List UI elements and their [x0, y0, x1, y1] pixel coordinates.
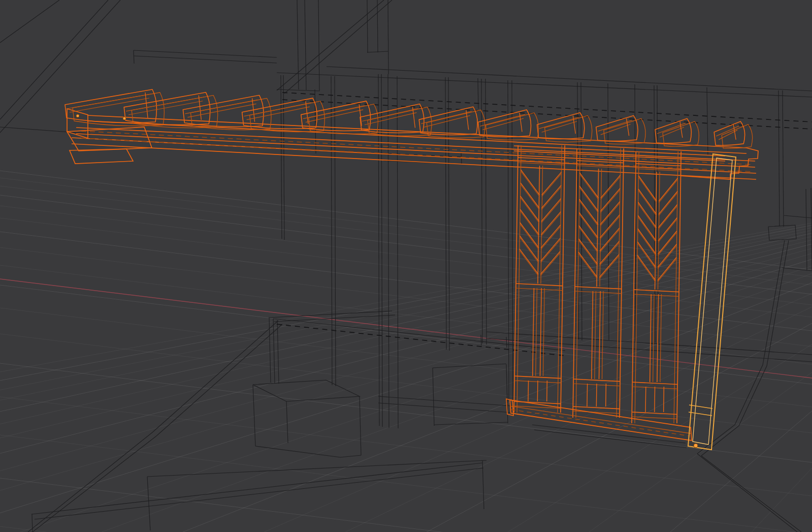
- viewport-canvas[interactable]: [0, 0, 812, 532]
- viewport-background: [0, 0, 812, 532]
- blender-3d-viewport[interactable]: [0, 0, 812, 532]
